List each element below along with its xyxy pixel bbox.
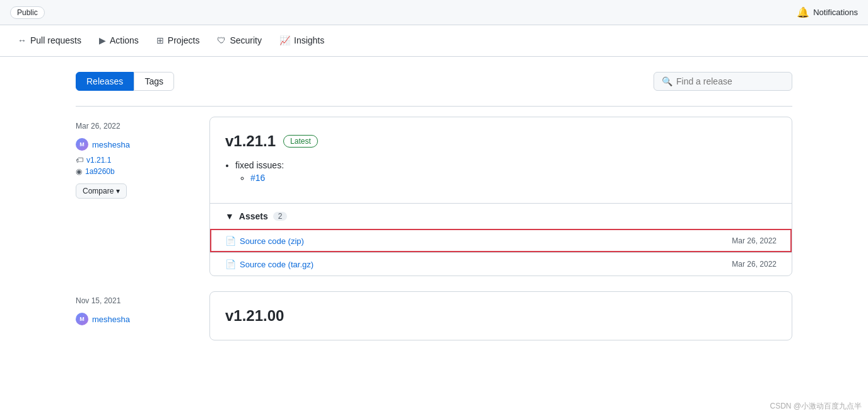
notes-fixed-text: fixed issues: bbox=[235, 160, 284, 170]
insights-icon: 📈 bbox=[279, 35, 290, 45]
nav-label-security: Security bbox=[230, 35, 262, 45]
notes-item-fixed: fixed issues: #16 bbox=[235, 160, 777, 183]
assets-triangle-icon: ▼ bbox=[225, 211, 234, 221]
compare-label: Compare bbox=[83, 187, 114, 195]
release-v1-notes: fixed issues: #16 bbox=[225, 160, 777, 183]
nav-item-security[interactable]: 🛡 Security bbox=[209, 30, 269, 52]
avatar: M bbox=[76, 138, 88, 151]
search-box[interactable]: 🔍 bbox=[654, 72, 792, 91]
release-v2-layout: Nov 15, 2021 M meshesha v1.21.00 bbox=[76, 291, 792, 340]
targz-download-link[interactable]: Source code (tar.gz) bbox=[240, 260, 314, 269]
issue-link[interactable]: #16 bbox=[250, 173, 265, 183]
asset-item-zip[interactable]: 📄 Source code (zip) Mar 26, 2022 bbox=[210, 229, 792, 252]
projects-icon: ⊞ bbox=[156, 35, 164, 45]
assets-section: ▼ Assets 2 📄 Source code (zip) Mar 26, 2… bbox=[210, 203, 792, 276]
public-badge: Public bbox=[10, 6, 45, 19]
release-v2-sidebar: Nov 15, 2021 M meshesha bbox=[76, 291, 189, 340]
release-v1-commit[interactable]: 1a9260b bbox=[85, 167, 115, 176]
release-v2-date: Nov 15, 2021 bbox=[76, 296, 189, 305]
notes-issue-item: #16 bbox=[250, 173, 777, 183]
asset-zip-link-row: 📄 Source code (zip) bbox=[225, 236, 304, 246]
avatar-v2: M bbox=[76, 313, 88, 325]
release-v2-card: v1.21.00 bbox=[209, 291, 792, 340]
pull-requests-icon: ↔ bbox=[18, 35, 26, 45]
zip-download-link[interactable]: Source code (zip) bbox=[240, 236, 304, 246]
release-v1-commit-row: ◉ 1a9260b bbox=[76, 167, 189, 176]
asset-targz-date: Mar 26, 2022 bbox=[732, 260, 777, 269]
asset-zip-date: Mar 26, 2022 bbox=[732, 236, 777, 245]
release-v1-tag-row: 🏷 v1.21.1 bbox=[76, 156, 189, 165]
release-v1-username[interactable]: meshesha bbox=[92, 140, 130, 149]
nav-label-actions: Actions bbox=[110, 35, 139, 45]
nav-item-projects[interactable]: ⊞ Projects bbox=[149, 30, 208, 52]
release-v2-user-row: M meshesha bbox=[76, 313, 189, 325]
release-v1-tag[interactable]: v1.21.1 bbox=[86, 156, 111, 165]
tag-icon: 🏷 bbox=[76, 156, 83, 165]
release-v2-title: v1.21.00 bbox=[225, 307, 284, 324]
tags-button[interactable]: Tags bbox=[134, 72, 174, 91]
release-v1-sidebar: Mar 26, 2022 M meshesha 🏷 v1.21.1 ◉ 1a92… bbox=[76, 117, 189, 276]
nav-label-insights: Insights bbox=[294, 35, 324, 45]
release-v1-card-body: v1.21.1 Latest fixed issues: #16 bbox=[210, 117, 792, 203]
release-v1-card: v1.21.1 Latest fixed issues: #16 bbox=[209, 117, 792, 276]
release-v1-layout: Mar 26, 2022 M meshesha 🏷 v1.21.1 ◉ 1a92… bbox=[76, 117, 792, 276]
targz-file-icon: 📄 bbox=[225, 259, 236, 269]
notes-sub-list: #16 bbox=[235, 173, 777, 183]
toggle-group: Releases Tags bbox=[76, 72, 174, 91]
compare-button[interactable]: Compare ▾ bbox=[76, 183, 127, 199]
top-bar-right[interactable]: 🔔 Notifications bbox=[797, 6, 858, 18]
nav-item-actions[interactable]: ▶ Actions bbox=[91, 30, 146, 52]
releases-header: Releases Tags 🔍 bbox=[76, 72, 792, 91]
release-v2-card-body: v1.21.00 bbox=[210, 292, 792, 340]
nav-label-pull-requests: Pull requests bbox=[30, 35, 81, 45]
releases-button[interactable]: Releases bbox=[76, 72, 134, 91]
release-v2-username[interactable]: meshesha bbox=[92, 315, 130, 324]
release-v1-user-row: M meshesha bbox=[76, 138, 189, 151]
commit-icon: ◉ bbox=[76, 167, 82, 176]
nav-item-pull-requests[interactable]: ↔ Pull requests bbox=[10, 30, 89, 52]
security-icon: 🛡 bbox=[217, 35, 226, 45]
search-icon: 🔍 bbox=[662, 76, 672, 86]
asset-item-targz[interactable]: 📄 Source code (tar.gz) Mar 26, 2022 bbox=[210, 252, 792, 276]
nav-bar: ↔ Pull requests ▶ Actions ⊞ Projects 🛡 S… bbox=[0, 25, 868, 57]
latest-badge: Latest bbox=[283, 135, 318, 148]
asset-targz-link-row: 📄 Source code (tar.gz) bbox=[225, 259, 314, 269]
assets-label: Assets bbox=[239, 211, 268, 221]
zip-file-icon: 📄 bbox=[225, 236, 236, 246]
actions-icon: ▶ bbox=[99, 35, 106, 45]
bell-icon: 🔔 bbox=[797, 6, 809, 18]
release-v1-date: Mar 26, 2022 bbox=[76, 122, 189, 131]
main-content: Releases Tags 🔍 Mar 26, 2022 M meshesha … bbox=[56, 57, 812, 371]
release-v1-title: v1.21.1 bbox=[225, 132, 276, 150]
notifications-label[interactable]: Notifications bbox=[813, 8, 858, 17]
nav-label-projects: Projects bbox=[168, 35, 200, 45]
divider-top bbox=[76, 106, 792, 107]
release-v1-title-row: v1.21.1 Latest bbox=[225, 132, 777, 150]
top-bar-left: Public bbox=[10, 6, 45, 19]
compare-chevron-icon: ▾ bbox=[116, 187, 120, 195]
top-bar: Public 🔔 Notifications bbox=[0, 0, 868, 25]
nav-item-insights[interactable]: 📈 Insights bbox=[272, 30, 332, 52]
assets-count: 2 bbox=[273, 212, 288, 221]
search-input[interactable] bbox=[676, 76, 784, 86]
assets-header[interactable]: ▼ Assets 2 bbox=[210, 204, 792, 229]
